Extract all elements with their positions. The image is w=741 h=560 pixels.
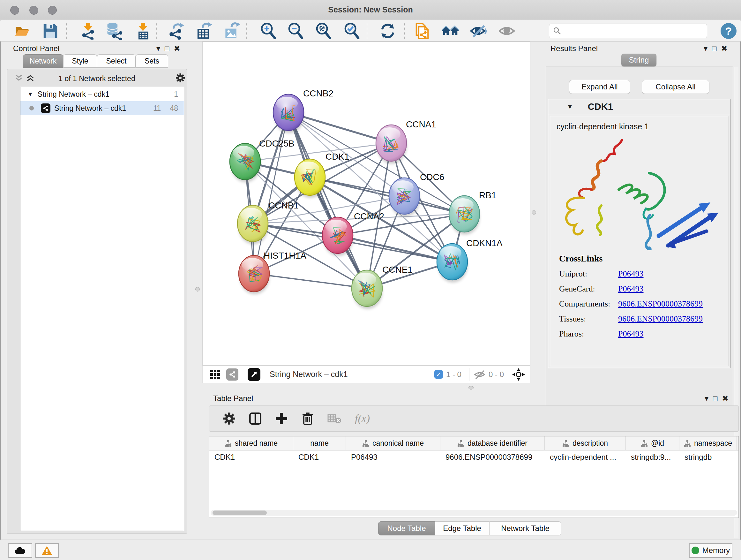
column-header-canonical-name[interactable]: canonical name	[346, 436, 441, 450]
float-panel-icon[interactable]: □	[165, 44, 174, 53]
table-cell[interactable]: 9606.ENSP00000378699	[441, 453, 545, 462]
crosslink-label: Uniprot:	[559, 269, 618, 279]
table-gear-icon[interactable]	[223, 412, 235, 425]
node-table: shared namenamecanonical namedatabase id…	[209, 436, 739, 518]
column-header--id[interactable]: @id	[626, 436, 679, 450]
network-collection-row[interactable]: ▼ String Network – cdk1 1	[20, 87, 184, 101]
tab-node-table[interactable]: Node Table	[378, 521, 435, 536]
warnings-button[interactable]	[35, 543, 59, 558]
network-label: String Network – cdk1	[54, 104, 126, 113]
zoom-out-button[interactable]	[287, 22, 305, 40]
collapse-panel-icon[interactable]: ▾	[704, 394, 713, 402]
search-input[interactable]	[561, 26, 698, 36]
tree-expand-icon[interactable]: ▼	[27, 91, 33, 98]
first-neighbors-button[interactable]	[442, 22, 460, 40]
crosslink-link[interactable]: 9606.ENSP00000378699	[618, 299, 703, 309]
network-status-dot	[29, 106, 34, 111]
create-column-icon[interactable]	[275, 412, 288, 425]
tab-edge-table[interactable]: Edge Table	[435, 521, 489, 536]
delete-table-icon[interactable]	[327, 413, 341, 424]
table-cell[interactable]: cyclin-dependent ...	[545, 453, 626, 462]
tab-select[interactable]: Select	[97, 54, 136, 68]
tab-network[interactable]: Network	[23, 54, 63, 68]
network-badge-icon[interactable]	[226, 368, 239, 381]
show-columns-icon[interactable]	[249, 412, 262, 425]
tab-sets[interactable]: Sets	[136, 54, 168, 68]
tab-style[interactable]: Style	[63, 54, 97, 68]
table-cell[interactable]: stringdb	[679, 453, 737, 462]
left-splitter-handle[interactable]	[195, 287, 200, 292]
float-panel-icon[interactable]: □	[712, 44, 721, 53]
zoom-in-button[interactable]	[259, 22, 277, 40]
detach-view-button[interactable]	[248, 368, 260, 381]
memory-button[interactable]: Memory	[689, 543, 732, 558]
export-table-button[interactable]	[195, 22, 212, 40]
close-panel-icon[interactable]: ✖	[174, 44, 185, 53]
selected-count: 1 - 0	[446, 370, 461, 379]
cloud-button[interactable]	[8, 543, 32, 558]
open-folder-icon	[14, 23, 30, 39]
new-network-from-selection-button[interactable]	[413, 22, 431, 40]
tab-network-table[interactable]: Network Table	[489, 521, 561, 536]
grid-view-icon[interactable]	[210, 369, 220, 380]
column-header-description[interactable]: description	[545, 436, 626, 450]
horizontal-splitter-handle[interactable]	[468, 386, 474, 389]
right-splitter-handle[interactable]	[532, 210, 536, 214]
delete-column-icon[interactable]	[301, 412, 314, 425]
crosslink-link[interactable]: P06493	[618, 284, 643, 294]
table-row[interactable]: CDK1CDK1P064939606.ENSP00000378699cyclin…	[209, 450, 738, 464]
open-session-button[interactable]	[13, 22, 31, 40]
hidden-eye-slash-icon[interactable]	[474, 370, 485, 379]
float-panel-icon[interactable]: □	[713, 394, 722, 402]
column-header-shared-name[interactable]: shared name	[209, 436, 293, 450]
search-box[interactable]	[549, 23, 707, 38]
collapse-all-button[interactable]: Collapse All	[642, 80, 710, 94]
network-row[interactable]: String Network – cdk1 11 48	[20, 101, 184, 115]
collapse-panel-icon[interactable]: ▾	[156, 44, 165, 53]
column-header-namespace[interactable]: namespace	[679, 436, 737, 450]
help-button[interactable]: ?	[721, 23, 737, 39]
column-header-name[interactable]: name	[293, 436, 346, 450]
column-header-label: description	[572, 439, 608, 448]
export-network-button[interactable]	[167, 22, 185, 40]
table-cell[interactable]: stringdb:9...	[626, 453, 679, 462]
column-header-database-identifier[interactable]: database identifier	[441, 436, 545, 450]
table-cell[interactable]: CDK1	[293, 453, 346, 462]
collapse-panel-icon[interactable]: ▾	[704, 44, 712, 53]
crosslink-link[interactable]: P06493	[618, 329, 643, 339]
crosslink-label: Pharos:	[559, 329, 618, 339]
selected-checkbox[interactable]: ✓	[434, 370, 443, 379]
tab-string[interactable]: String	[621, 54, 657, 66]
close-panel-icon[interactable]: ✖	[722, 394, 733, 402]
node-count: 11	[153, 104, 161, 113]
table-cell[interactable]: P06493	[346, 453, 441, 462]
crosslink-row: Compartments:9606.ENSP00000378699	[559, 299, 725, 309]
table-cell[interactable]: CDK1	[209, 453, 293, 462]
import-network-database-button[interactable]	[105, 22, 123, 40]
zoom-selected-button[interactable]	[343, 22, 361, 40]
table-horizontal-scrollbar[interactable]	[211, 510, 737, 516]
crosslink-link[interactable]: P06493	[618, 269, 643, 279]
network-selected-status: 1 of 1 Network selected	[7, 74, 187, 83]
network-graph[interactable]: CCNB2CCNA1CDC25BCDK1CDC6RB1CCNB1CCNA2CDK…	[203, 42, 530, 365]
expand-all-button[interactable]: Expand All	[569, 80, 630, 94]
export-image-button[interactable]	[223, 22, 241, 40]
gear-icon[interactable]	[176, 73, 185, 83]
node-label-CDKN1A: CDKN1A	[466, 238, 502, 248]
save-session-button[interactable]	[42, 22, 59, 40]
network-canvas[interactable]: CCNB2CCNA1CDC25BCDK1CDC6RB1CCNB1CCNA2CDK…	[202, 42, 530, 366]
section-collapse-icon[interactable]: ▼	[567, 103, 573, 111]
zoom-fit-button[interactable]	[315, 22, 333, 40]
show-all-button[interactable]	[498, 22, 516, 40]
birdseye-view-icon[interactable]	[512, 368, 525, 381]
export-network-icon	[167, 22, 185, 40]
import-network-file-button[interactable]	[79, 22, 97, 40]
import-table-button[interactable]	[134, 22, 152, 40]
gene-section-header[interactable]: ▼ CDK1	[548, 99, 731, 114]
hide-selected-button[interactable]	[469, 22, 487, 40]
import-network-icon	[79, 22, 97, 40]
scrollbar-handle[interactable]	[212, 510, 267, 515]
close-panel-icon[interactable]: ✖	[721, 44, 732, 53]
crosslink-link[interactable]: 9606.ENSP00000378699	[618, 314, 703, 324]
apply-layout-button[interactable]	[379, 22, 397, 40]
